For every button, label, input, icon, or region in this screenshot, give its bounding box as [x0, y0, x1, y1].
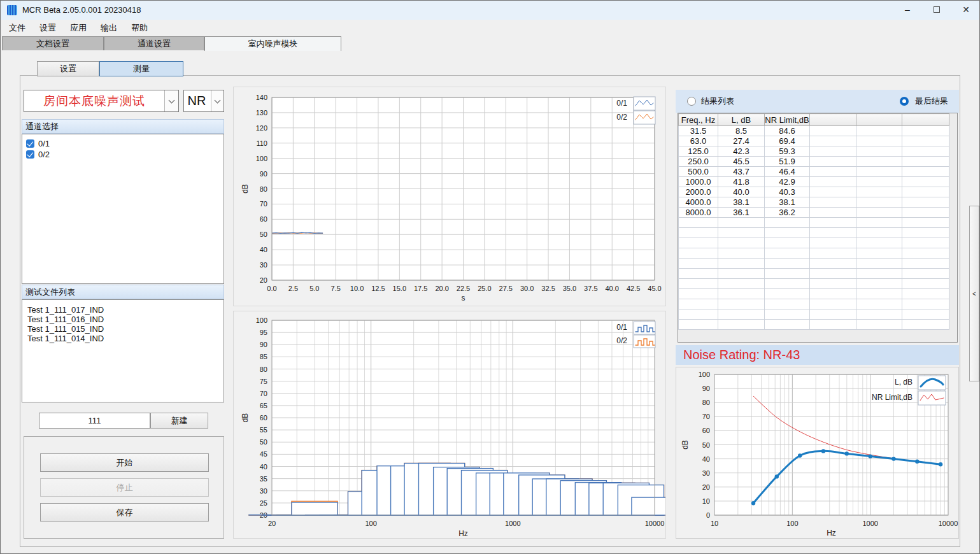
test-name-combo-arrow[interactable] [164, 90, 178, 111]
menu-item-0[interactable]: 文件 [2, 20, 32, 36]
file-list-item[interactable]: Test 1_111_017_IND [22, 305, 224, 315]
file-list-item[interactable]: Test 1_111_015_IND [22, 324, 224, 334]
last-result-label: 最后结果 [915, 94, 948, 108]
table-cell [902, 259, 949, 269]
table-row[interactable]: 125.042.359.3 [679, 146, 949, 157]
table-cell [679, 218, 718, 228]
svg-text:100: 100 [786, 520, 798, 527]
svg-text:17.5: 17.5 [414, 285, 427, 292]
menu-item-1[interactable]: 设置 [32, 20, 63, 36]
result-list-radio[interactable] [687, 97, 696, 106]
table-cell [679, 238, 718, 248]
tab-1[interactable]: 通道设置 [104, 36, 204, 50]
file-list-item[interactable]: Test 1_111_016_IND [22, 315, 224, 324]
maximize-button[interactable] [922, 1, 951, 20]
table-cell [810, 136, 856, 146]
table-cell [810, 269, 856, 279]
svg-text:130: 130 [256, 109, 267, 117]
table-cell [902, 269, 949, 279]
table-cell [856, 289, 902, 299]
file-list[interactable]: Test 1_111_017_INDTest 1_111_016_INDTest… [22, 299, 224, 402]
svg-text:20: 20 [260, 276, 267, 284]
table-row[interactable]: 8000.036.136.2 [679, 208, 949, 218]
svg-text:NR Limit,dB: NR Limit,dB [872, 393, 913, 402]
table-cell [810, 167, 856, 177]
file-name-input[interactable]: 111 [39, 413, 150, 429]
table-cell [810, 279, 856, 289]
svg-text:40: 40 [260, 246, 267, 253]
last-result-radio[interactable] [900, 97, 909, 106]
minimize-button[interactable]: – [893, 1, 922, 20]
stop-button[interactable]: 停止 [40, 478, 209, 497]
table-cell [718, 320, 765, 330]
panel-collapse-button[interactable]: < [969, 206, 979, 381]
table-cell [765, 269, 810, 279]
tabstrip: 文档设置通道设置室内噪声模块 [1, 36, 980, 50]
close-button[interactable]: ✕ [951, 1, 980, 20]
table-row[interactable]: 31.58.584.6 [679, 126, 949, 136]
table-row [679, 309, 949, 320]
checkbox-checked-icon[interactable] [26, 150, 34, 159]
table-cell [718, 309, 765, 320]
svg-text:0.0: 0.0 [267, 285, 276, 292]
channel-row-1[interactable]: 0/2 [22, 149, 224, 160]
table-cell [902, 289, 949, 299]
spectrum-chart: 2025303540455055606570758085909510020100… [234, 311, 665, 538]
table-cell: 27.4 [718, 136, 765, 146]
table-cell: 36.1 [718, 208, 765, 218]
svg-text:60: 60 [260, 215, 267, 223]
table-row[interactable]: 1000.041.842.9 [679, 177, 949, 187]
rating-mode-combo-arrow[interactable] [211, 90, 224, 111]
col-header-3 [810, 114, 856, 126]
noise-rating-text: Noise Rating: NR-43 [683, 348, 800, 362]
table-cell [810, 126, 856, 136]
table-row[interactable]: 500.043.746.4 [679, 167, 949, 177]
table-cell: 31.5 [679, 126, 718, 136]
table-cell [679, 299, 718, 309]
table-cell: 40.0 [718, 187, 765, 197]
time-chart: 0.02.55.07.510.012.515.017.520.022.525.0… [234, 87, 665, 306]
subtab-1[interactable]: 测量 [99, 61, 183, 76]
svg-text:0/2: 0/2 [616, 336, 627, 345]
results-table-container[interactable]: Freq., HzL, dBNR Limit,dB31.58.584.663.0… [678, 113, 958, 343]
channel-list[interactable]: 0/10/2 [22, 134, 224, 284]
table-cell: 2000.0 [679, 187, 718, 197]
table-row[interactable]: 2000.040.040.3 [679, 187, 949, 197]
table-cell [765, 238, 810, 248]
table-cell: 500.0 [679, 167, 718, 177]
tab-2[interactable]: 室内噪声模块 [204, 36, 341, 51]
table-cell [679, 259, 718, 269]
svg-text:0: 0 [706, 511, 710, 519]
table-cell: 125.0 [679, 146, 718, 157]
file-list-item[interactable]: Test 1_111_014_IND [22, 334, 224, 343]
subtab-0[interactable]: 设置 [37, 61, 99, 76]
test-name-combo[interactable]: 房间本底噪声测试 [24, 90, 179, 112]
checkbox-checked-icon[interactable] [26, 139, 34, 148]
col-header-4 [856, 114, 902, 126]
channel-row-0[interactable]: 0/1 [22, 138, 224, 149]
rating-mode-combo[interactable]: NR [183, 90, 224, 112]
table-cell [856, 218, 902, 228]
svg-text:30.0: 30.0 [520, 285, 534, 292]
svg-text:100: 100 [699, 371, 710, 378]
menu-item-3[interactable]: 输出 [94, 20, 124, 36]
tab-0[interactable]: 文档设置 [2, 36, 104, 50]
table-cell [902, 228, 949, 238]
svg-text:100: 100 [256, 155, 267, 162]
table-cell [679, 269, 718, 279]
start-button[interactable]: 开始 [40, 453, 209, 472]
menu-item-4[interactable]: 帮助 [124, 20, 155, 36]
svg-text:40: 40 [260, 463, 267, 471]
svg-text:1000: 1000 [505, 520, 520, 527]
table-cell [810, 157, 856, 167]
menu-item-2[interactable]: 应用 [63, 20, 94, 36]
table-cell [718, 259, 765, 269]
table-row[interactable]: 250.045.551.9 [679, 157, 949, 167]
svg-text:22.5: 22.5 [457, 285, 470, 292]
col-header-0: Freq., Hz [679, 114, 718, 126]
table-row[interactable]: 4000.038.138.1 [679, 197, 949, 208]
svg-text:10: 10 [702, 497, 710, 505]
new-button[interactable]: 新建 [150, 413, 208, 429]
save-button[interactable]: 保存 [40, 503, 209, 522]
table-row[interactable]: 63.027.469.4 [679, 136, 949, 146]
